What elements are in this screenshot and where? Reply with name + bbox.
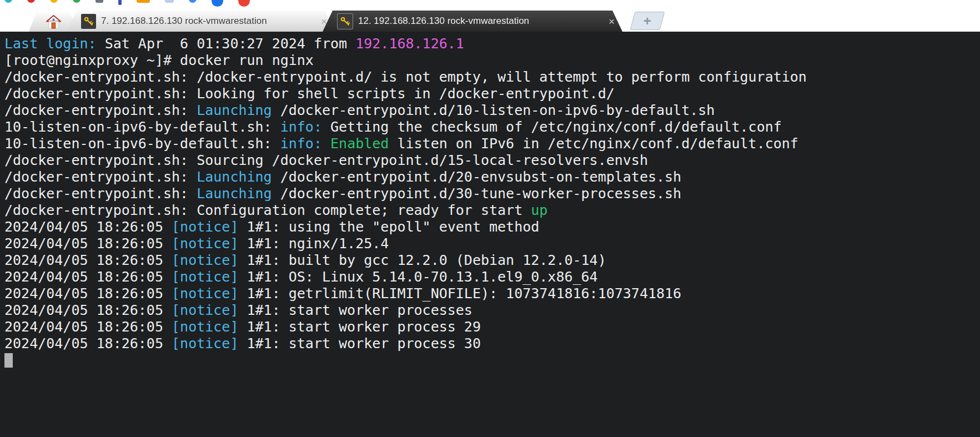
star-icon[interactable] [50,0,58,3]
terminal-line: /docker-entrypoint.sh: Launching /docker… [4,102,980,119]
tab-label: 12. 192.168.126.130 rock-vmwarestation [358,16,604,27]
tab-bar: 7. 192.168.126.130 rock-vmwarestation × … [0,7,980,32]
key-icon [81,14,96,29]
blue-plus-icon[interactable] [189,0,197,3]
terminal-line: 10-listen-on-ipv6-by-default.sh: info: G… [4,119,980,135]
green-flag-icon[interactable] [73,0,81,3]
red-circle-icon[interactable] [238,0,250,7]
terminal-cursor [4,353,13,368]
terminal-line: 2024/04/05 18:26:05 [notice] 1#1: getrli… [4,285,980,302]
tab-session-7[interactable]: 7. 192.168.126.130 rock-vmwarestation × [67,11,335,32]
terminal-line: /docker-entrypoint.sh: Launching /docker… [4,169,980,185]
terminal-output: Last login: Sat Apr 6 01:30:27 2024 from… [4,36,980,352]
teal-dot-icon[interactable] [4,0,12,3]
red-green-marker-icon[interactable] [27,0,35,3]
terminal-line: /docker-entrypoint.sh: Launching /docker… [4,185,980,202]
terminal-line: /docker-entrypoint.sh: Sourcing /docker-… [4,152,980,169]
home-icon [46,14,61,29]
terminal-line: 2024/04/05 18:26:05 [notice] 1#1: built … [4,252,980,269]
terminal-line: 2024/04/05 18:26:05 [notice] 1#1: start … [4,319,980,335]
key-icon [337,13,353,29]
blue-circle-icon[interactable] [212,0,223,7]
plus-icon: + [644,14,651,28]
toolbar-icons-strip [0,0,980,7]
orange-slider-icon[interactable] [137,0,150,3]
terminal-line: /docker-entrypoint.sh: Looking for shell… [4,86,980,102]
new-tab-button[interactable]: + [630,12,665,30]
terminal-line: 10-listen-on-ipv6-by-default.sh: info: E… [4,135,980,152]
blue-bar-icon[interactable] [118,0,122,5]
close-icon[interactable]: × [609,16,615,27]
terminal-line: /docker-entrypoint.sh: /docker-entrypoin… [4,69,980,86]
app-window: 7. 192.168.126.130 rock-vmwarestation × … [0,0,980,437]
terminal[interactable]: Last login: Sat Apr 6 01:30:27 2024 from… [0,32,980,437]
gray-arrow-icon[interactable] [96,0,103,3]
terminal-line: 2024/04/05 18:26:05 [notice] 1#1: using … [4,219,980,235]
terminal-line: 2024/04/05 18:26:05 [notice] 1#1: OS: Li… [4,269,980,285]
terminal-line: [root@nginxproxy ~]# docker run nginx [4,52,980,69]
terminal-line: 2024/04/05 18:26:05 [notice] 1#1: start … [4,302,980,319]
terminal-line: 2024/04/05 18:26:05 [notice] 1#1: start … [4,335,980,352]
terminal-line: /docker-entrypoint.sh: Configuration com… [4,202,980,219]
panel-icon[interactable] [165,0,174,3]
tab-label: 7. 192.168.126.130 rock-vmwarestation [101,16,316,27]
tab-session-12[interactable]: 12. 192.168.126.130 rock-vmwarestation × [323,11,622,32]
terminal-line: 2024/04/05 18:26:05 [notice] 1#1: nginx/… [4,235,980,252]
terminal-line: Last login: Sat Apr 6 01:30:27 2024 from… [4,36,980,52]
